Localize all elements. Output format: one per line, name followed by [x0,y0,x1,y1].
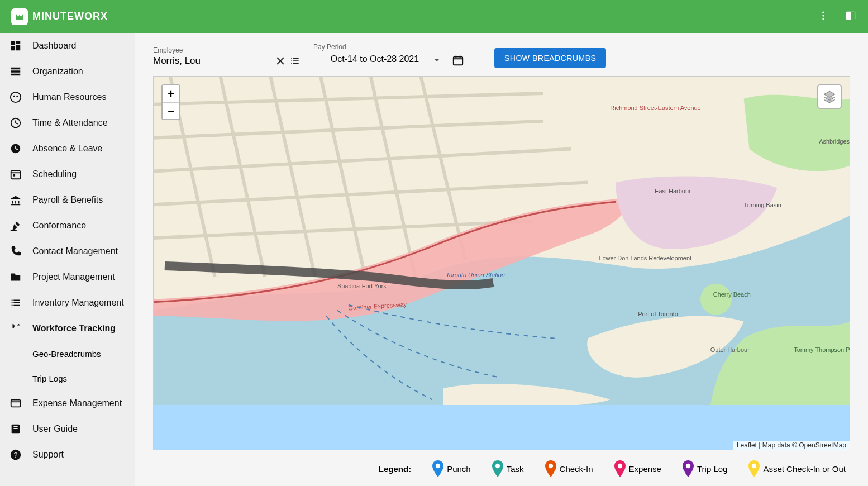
svg-text:Outer Harbour: Outer Harbour [710,346,750,353]
clock-solid-icon [9,142,22,155]
map[interactable]: Toronto Union Station Spadina-Fort York … [153,76,850,450]
sidebar-item-expense-management[interactable]: Expense Management [0,390,135,416]
svg-text:Cherry Beach: Cherry Beach [713,291,751,298]
list-picker-icon[interactable] [289,55,301,66]
sidebar-item-contact-management[interactable]: Contact Management [0,239,135,264]
sidebar-item-inventory-management[interactable]: Inventory Management [0,290,135,316]
legend-label: Task [507,464,524,474]
legend-label: Punch [447,464,471,474]
svg-point-44 [495,464,500,468]
folder-icon [9,270,22,284]
sidebar-item-time-attendance[interactable]: Time & Attendance [0,110,135,136]
sidebar-item-organization[interactable]: Organization [0,59,135,84]
employee-input[interactable] [153,55,271,66]
sidebar-item-absence-leave[interactable]: Absence & Leave [0,136,135,161]
sidebar-subitem-geo-breadcrumbs[interactable]: Geo-Breadcrumbs [0,341,135,366]
legend-item-punch: Punch [432,460,471,477]
app-header: MINUTEWORX [0,0,868,33]
sidebar-item-label: Absence & Leave [32,144,102,154]
zoom-in-button[interactable]: + [163,85,179,102]
svg-text:East Harbour: East Harbour [655,188,691,194]
sidebar-item-payroll-benefits[interactable]: Payroll & Benefits [0,187,135,213]
svg-point-45 [548,464,552,468]
svg-text:Richmond Street-Eastern Avenue: Richmond Street-Eastern Avenue [610,104,700,111]
pay-period-field: Pay Period Oct-14 to Oct-28 2021 [313,43,464,68]
legend: Legend: Punch Task Check-In Expense Trip… [153,450,850,480]
legend-label: Trip Log [697,464,727,474]
clock-icon [9,116,22,130]
phone-icon [9,245,22,258]
pay-period-select[interactable]: Oct-14 to Oct-28 2021 [313,52,444,68]
sidebar-item-conformance[interactable]: Conformance [0,213,135,239]
face-icon [9,90,22,104]
svg-point-7 [16,96,18,97]
svg-text:Toronto Union Station: Toronto Union Station [446,271,505,278]
organization-icon [9,65,22,78]
svg-text:Port of Toronto: Port of Toronto [638,311,678,317]
pin-icon [614,460,626,477]
employee-field: Employee [153,46,300,68]
layers-button[interactable] [817,84,842,109]
sidebar-item-user-guide[interactable]: User Guide [0,416,135,442]
sidebar-item-label: Time & Attendance [32,118,108,128]
sidebar-item-label: Contact Management [32,246,118,256]
svg-rect-11 [13,174,15,177]
svg-text:Turning Basin: Turning Basin [744,202,781,208]
gavel-icon [9,219,22,232]
svg-point-43 [436,464,440,468]
book-icon [9,422,22,436]
calendar-icon[interactable] [452,54,464,66]
legend-label: Expense [629,464,661,474]
bank-icon [9,193,22,207]
sidebar-subitem-label: Geo-Breadcrumbs [32,349,101,359]
legend-label: Asset Check-In or Out [763,464,846,474]
sidebar-item-support[interactable]: ? Support [0,442,135,468]
sidebar-item-label: Support [32,450,64,460]
show-breadcrumbs-button[interactable]: SHOW BREADCRUMBS [494,48,606,68]
brand-text: MINUTEWORX [32,11,108,22]
sidebar-item-project-management[interactable]: Project Management [0,264,135,290]
employee-label: Employee [153,46,300,54]
brand-mark [11,8,28,25]
pay-period-label: Pay Period [313,43,464,51]
more-vert-icon[interactable] [818,10,829,23]
sidebar-subitem-trip-logs[interactable]: Trip Logs [0,366,135,390]
svg-point-2 [822,18,824,20]
clear-icon[interactable] [275,55,286,66]
svg-text:?: ? [13,451,17,459]
sidebar-item-workforce-tracking[interactable]: Workforce Tracking [0,316,135,341]
svg-point-0 [822,11,824,13]
sidebar-item-label: Expense Management [32,398,122,408]
sidebar-item-label: Scheduling [32,169,77,179]
map-canvas: Toronto Union Station Spadina-Fort York … [154,77,850,405]
svg-text:Lower Don Lands Redevelopment: Lower Don Lands Redevelopment [599,255,691,261]
calendar-icon [9,168,22,181]
brand-logo[interactable]: MINUTEWORX [11,8,108,25]
sidebar-item-scheduling[interactable]: Scheduling [0,161,135,187]
svg-rect-10 [11,171,21,179]
sidebar-item-label: User Guide [32,424,78,434]
sidebar-item-label: Dashboard [32,41,76,51]
svg-point-1 [822,15,824,16]
help-icon: ? [9,448,22,461]
svg-point-5 [11,92,21,102]
svg-text:Ashbridges Bay Wastewater Trea: Ashbridges Bay Wastewater Treatment Plan… [819,138,850,145]
panel-toggle-icon[interactable] [845,9,857,24]
sidebar-item-label: Conformance [32,221,86,231]
svg-point-18 [700,284,732,315]
sidebar-subitem-label: Trip Logs [32,374,67,383]
sidebar-item-dashboard[interactable]: Dashboard [0,33,135,59]
dashboard-icon [9,39,22,53]
sidebar-item-label: Inventory Management [32,298,124,308]
svg-rect-12 [11,400,21,407]
sidebar[interactable]: Dashboard Organization Human Resources T… [0,33,135,486]
svg-rect-4 [851,11,855,20]
legend-item-expense: Expense [614,460,661,477]
zoom-out-button[interactable]: − [163,102,179,119]
map-zoom-controls: + − [161,84,180,120]
sidebar-item-human-resources[interactable]: Human Resources [0,84,135,110]
legend-item-asset: Asset Check-In or Out [748,460,846,477]
sidebar-item-label: Workforce Tracking [32,323,116,333]
legend-item-task: Task [492,460,524,477]
sidebar-item-label: Human Resources [32,92,107,102]
